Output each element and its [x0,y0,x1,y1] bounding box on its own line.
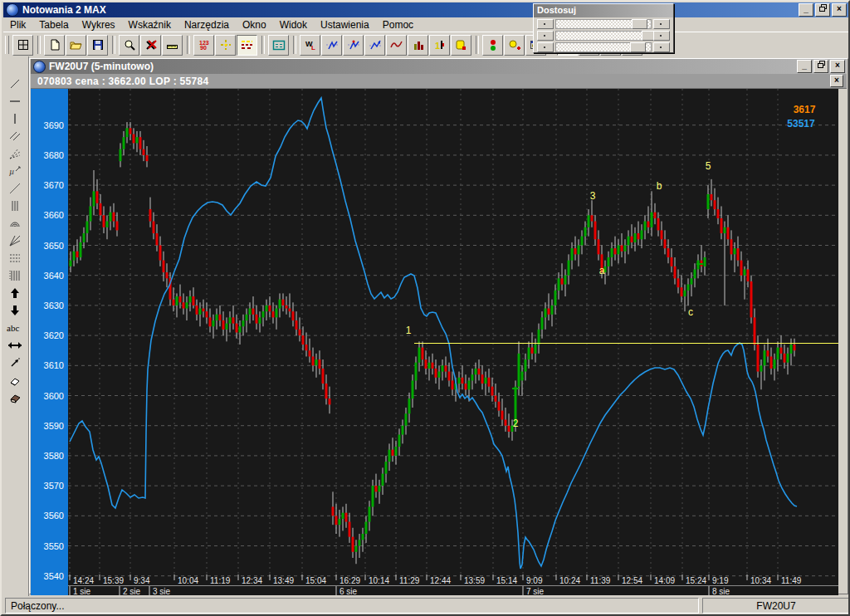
slider-right-button[interactable] [653,42,670,52]
trend-line-tool[interactable] [4,75,26,92]
save-button[interactable] [87,35,108,56]
eraser-tool[interactable] [4,371,26,389]
vertical-lines-tool[interactable] [4,197,26,214]
pointer-tool[interactable] [4,354,26,371]
zigzag1-button[interactable] [321,35,342,56]
wave-button[interactable] [386,35,407,56]
slider-thumb[interactable] [630,42,646,52]
candle-down [113,213,115,222]
candle-down [282,300,285,306]
time-tick-label: 11:39 [590,576,611,585]
price-scale-button[interactable]: 12390 [193,35,214,56]
time-tick-label: 11:49 [781,576,802,585]
price-tick-label: 3540 [44,571,64,581]
chart-minimize-button[interactable]: _ [797,60,812,73]
toolbar-grip[interactable] [5,36,9,54]
histogram-button[interactable] [408,35,428,56]
add-point-button[interactable] [504,35,525,56]
horizontal-line-tool[interactable] [4,92,26,110]
slider-track[interactable] [555,42,652,52]
restore-button[interactable] [815,3,830,17]
slider-left-button[interactable] [537,19,554,29]
candle-style-button[interactable] [237,35,257,56]
time-tick-label: 13:59 [464,576,485,585]
time-tick-label: 15:24 [686,576,706,585]
slider-right-button[interactable] [653,31,670,41]
measure-button[interactable] [162,35,183,56]
open-button[interactable] [66,35,86,56]
slider-left-button[interactable] [537,31,554,41]
slider-thumb[interactable] [632,19,647,29]
menu-item-widok[interactable]: Widok [273,18,314,32]
time-tick-label: 12:54 [622,576,642,585]
menu-item-okno[interactable]: Okno [236,18,273,32]
crosshair-button[interactable] [215,35,236,56]
eraser-all-tool[interactable] [4,389,26,406]
price-chart[interactable]: 3690368036703660365036403630362036103600… [31,89,838,595]
toolbar-separator [261,36,265,54]
alert-box-button[interactable] [451,35,471,56]
ray-tool[interactable] [4,179,26,197]
minimize-button[interactable]: _ [799,3,813,17]
menu-item-plik[interactable]: Plik [3,18,32,32]
bars-style-button[interactable]: 1 [429,35,450,56]
time-tick-label: 10:34 [750,576,771,585]
menu-item-narzdzia[interactable]: Narzędzia [178,18,236,32]
chart-restore-button[interactable] [813,60,828,73]
chart-close-button[interactable]: × [830,60,845,73]
app-titlebar[interactable]: Notowania 2 MAX _ × [3,2,848,17]
menu-item-pomoc[interactable]: Pomoc [376,18,420,32]
arrow-down-tool[interactable] [4,301,26,319]
time-zones-tool[interactable] [4,266,26,284]
menu-item-tabela[interactable]: Tabela [32,18,75,32]
slider-right-button[interactable] [653,19,670,29]
zigzag2-button[interactable] [343,35,364,56]
menu-item-wskanik[interactable]: Wskaźnik [122,18,178,32]
info-close-button[interactable]: × [830,75,843,87]
signal-dots-button[interactable] [482,35,503,56]
arrow-up-tool[interactable] [4,284,26,301]
menu-item-wykres[interactable]: Wykres [76,18,122,32]
close-button[interactable]: × [832,3,847,17]
expand-horizontal-tool[interactable] [4,336,26,354]
slider-left-button[interactable] [537,42,554,52]
main-toolbar: 12390 WL 1 [3,32,848,57]
wl-indicator-button[interactable]: WL [300,35,320,56]
wave-label-c: c [688,306,693,318]
menu-item-ustawienia[interactable]: Ustawienia [314,18,376,32]
candle-up [734,248,736,254]
time-tick-label: 12:34 [242,576,262,585]
candle-down [133,134,135,144]
slider-track[interactable] [555,19,652,29]
vertical-line-tool[interactable] [4,110,26,127]
delete-study-button[interactable] [140,35,161,56]
gann-fan-tool[interactable] [4,232,26,249]
chart-titlebar[interactable]: FW20U7 (5-minutowo) _ × [31,59,847,74]
fib-retracement-tool[interactable] [4,249,26,266]
zigzag3-button[interactable] [364,35,385,56]
pitchfork-tool[interactable]: µ [4,162,26,179]
candle-up [684,291,686,296]
slider-track[interactable] [555,31,652,41]
candle-down [491,387,494,396]
candle-down [425,359,427,369]
candle-up [246,315,248,320]
fan-lines-tool[interactable] [4,144,26,162]
text-tool[interactable]: abc [4,319,26,336]
candle-up [212,320,215,326]
price-tick-label: 3570 [44,481,64,491]
candle-down [740,261,743,276]
fib-arcs-tool[interactable] [4,214,26,232]
gann-fan-icon [8,234,22,247]
quote-table-button[interactable] [268,35,289,56]
arcs-icon [8,217,22,230]
window-layout-button[interactable] [12,35,33,56]
candle-down [737,248,740,260]
time-tick-label: 12:44 [430,576,451,585]
zoom-button[interactable] [119,35,139,56]
candle-down [478,369,481,374]
candle-up [545,309,547,318]
parallel-lines-tool[interactable] [4,127,26,144]
new-button[interactable] [44,35,65,56]
adjust-dialog-title[interactable]: Dostosuj [534,4,673,17]
